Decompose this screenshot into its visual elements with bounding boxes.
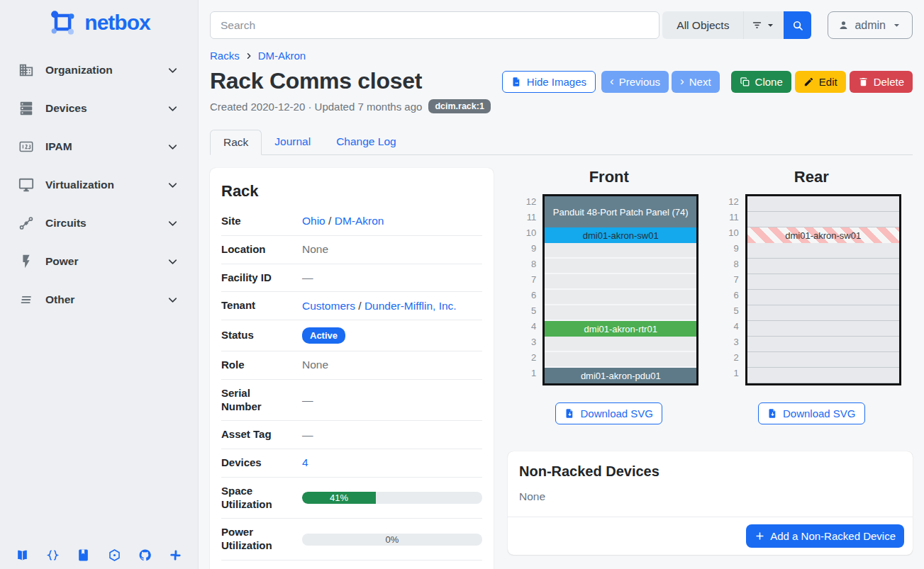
github-icon[interactable] bbox=[138, 548, 152, 562]
rack-empty-slot[interactable] bbox=[747, 337, 899, 352]
rack-empty-slot[interactable] bbox=[747, 305, 899, 321]
rack-empty-slot[interactable] bbox=[545, 305, 696, 321]
page-title: Rack Comms closet bbox=[210, 68, 422, 94]
clone-button[interactable]: Clone bbox=[731, 71, 791, 93]
rack-empty-slot[interactable] bbox=[747, 243, 899, 259]
object-type-button[interactable]: All Objects bbox=[662, 11, 743, 39]
unit-number: 10 bbox=[722, 225, 739, 241]
rack-device[interactable]: dmi01-akron-pdu01 bbox=[545, 368, 696, 383]
row-status: Status Active bbox=[221, 320, 482, 351]
breadcrumb-link-site[interactable]: DM-Akron bbox=[258, 50, 306, 62]
global-search-bar: All Objects admin bbox=[210, 11, 913, 39]
unit-number: 4 bbox=[722, 319, 739, 334]
unit-number: 12 bbox=[519, 194, 536, 210]
virtualization-icon bbox=[18, 177, 34, 193]
location-value: None bbox=[292, 243, 482, 256]
rack-device[interactable]: dmi01-akron-rtr01 bbox=[545, 321, 696, 337]
filter-dropdown-button[interactable] bbox=[743, 11, 784, 39]
user-menu-button[interactable]: admin bbox=[828, 11, 913, 39]
unit-number: 7 bbox=[722, 272, 739, 288]
delete-button[interactable]: Delete bbox=[850, 71, 913, 93]
power-utilization-label: 0% bbox=[302, 534, 482, 546]
non-racked-devices-panel: Non-Racked Devices None Add a Non-Racked… bbox=[508, 451, 913, 555]
tab-change-log[interactable]: Change Log bbox=[323, 130, 408, 154]
sidebar-item-circuits[interactable]: Circuits bbox=[0, 204, 198, 242]
rack-empty-slot[interactable] bbox=[545, 290, 696, 305]
rack-device[interactable]: dmi01-akron-sw01 bbox=[747, 227, 899, 243]
rear-rack-diagram: dmi01-akron-sw01 bbox=[745, 194, 901, 385]
chevron-left-icon: ‹ bbox=[610, 75, 614, 87]
rack-empty-slot[interactable] bbox=[545, 337, 696, 352]
row-power-utilization: Power Utilization 0% bbox=[221, 519, 482, 560]
rack-empty-slot[interactable] bbox=[747, 368, 899, 383]
sidebar-item-organization[interactable]: Organization bbox=[0, 51, 198, 89]
row-facility-id: Facility ID — bbox=[221, 264, 482, 293]
site-group-link[interactable]: Ohio bbox=[302, 215, 325, 227]
chevron-down-icon bbox=[166, 217, 179, 230]
tab-bar: Rack Journal Change Log bbox=[210, 130, 913, 155]
devices-count-link[interactable]: 4 bbox=[302, 456, 308, 468]
right-column: Front 121110987654321 Panduit 48-Port Pa… bbox=[508, 168, 913, 555]
rack-empty-slot[interactable] bbox=[747, 352, 899, 368]
rack-device[interactable]: Panduit 48-Port Patch Panel (74) bbox=[545, 196, 696, 227]
next-button[interactable]: › Next bbox=[672, 71, 720, 93]
download-svg-front-button[interactable]: Download SVG bbox=[555, 402, 662, 424]
unit-number: 11 bbox=[519, 210, 536, 225]
edit-label: Edit bbox=[819, 76, 837, 88]
download-svg-rear-button[interactable]: Download SVG bbox=[758, 402, 865, 424]
space-utilization-bar: 41% bbox=[302, 492, 482, 504]
space-utilization-label: 41% bbox=[302, 492, 376, 504]
api-icon[interactable] bbox=[46, 548, 60, 562]
rack-empty-slot[interactable] bbox=[545, 243, 696, 259]
sidebar-item-label: Circuits bbox=[45, 217, 155, 230]
edit-button[interactable]: Edit bbox=[795, 71, 846, 93]
rack-empty-slot[interactable] bbox=[747, 321, 899, 337]
sidebar-item-virtualization[interactable]: Virtualization bbox=[0, 166, 198, 204]
community-icon[interactable] bbox=[108, 548, 121, 562]
tab-rack[interactable]: Rack bbox=[210, 130, 262, 155]
search-submit-button[interactable] bbox=[784, 11, 811, 39]
docs-icon[interactable] bbox=[16, 548, 29, 562]
unit-number: 6 bbox=[519, 288, 536, 303]
breadcrumb: Racks DM-Akron bbox=[210, 50, 913, 62]
previous-button[interactable]: ‹ Previous bbox=[601, 71, 669, 93]
sidebar: netbox OrganizationDevicesIPAMVirtualiza… bbox=[0, 0, 199, 569]
chevron-down-icon bbox=[166, 293, 179, 307]
tenant-group-link[interactable]: Customers bbox=[302, 300, 355, 312]
rack-empty-slot[interactable] bbox=[747, 212, 899, 227]
sidebar-item-other[interactable]: Other bbox=[0, 281, 198, 319]
unit-number: 9 bbox=[722, 241, 739, 257]
rack-empty-slot[interactable] bbox=[747, 274, 899, 290]
ipam-icon bbox=[18, 139, 34, 154]
tab-journal[interactable]: Journal bbox=[262, 130, 323, 154]
netbox-logo[interactable]: netbox bbox=[0, 0, 198, 51]
rack-empty-slot[interactable] bbox=[545, 274, 696, 290]
other-icon bbox=[18, 292, 34, 308]
pencil-icon bbox=[803, 77, 814, 87]
tenant-link[interactable]: Dunder-Mifflin, Inc. bbox=[364, 300, 457, 312]
object-id-badge: dcim.rack:1 bbox=[428, 99, 490, 113]
row-serial-number: Serial Number — bbox=[221, 380, 482, 422]
sidebar-item-power[interactable]: Power bbox=[0, 242, 198, 281]
slack-icon[interactable] bbox=[169, 548, 182, 562]
rack-device[interactable]: dmi01-akron-sw01 bbox=[545, 227, 696, 243]
sidebar-item-devices[interactable]: Devices bbox=[0, 89, 198, 128]
row-space-utilization: Space Utilization 41% bbox=[221, 478, 482, 519]
breadcrumb-link-racks[interactable]: Racks bbox=[210, 50, 240, 62]
rack-empty-slot[interactable] bbox=[747, 259, 899, 274]
search-input[interactable] bbox=[210, 11, 659, 39]
add-non-racked-device-button[interactable]: Add a Non-Racked Device bbox=[746, 524, 904, 548]
hide-images-button[interactable]: Hide Images bbox=[502, 71, 596, 93]
copy-icon bbox=[740, 77, 750, 87]
journal-icon[interactable] bbox=[77, 548, 90, 562]
filter-icon bbox=[751, 19, 763, 31]
sidebar-item-ipam[interactable]: IPAM bbox=[0, 128, 198, 166]
site-link[interactable]: DM-Akron bbox=[335, 215, 384, 227]
unit-number: 3 bbox=[519, 334, 536, 350]
rack-empty-slot[interactable] bbox=[545, 352, 696, 368]
rack-empty-slot[interactable] bbox=[747, 290, 899, 305]
facility-id-value: — bbox=[292, 271, 482, 284]
rack-empty-slot[interactable] bbox=[545, 259, 696, 274]
previous-label: Previous bbox=[619, 76, 660, 88]
rack-empty-slot[interactable] bbox=[747, 196, 899, 212]
